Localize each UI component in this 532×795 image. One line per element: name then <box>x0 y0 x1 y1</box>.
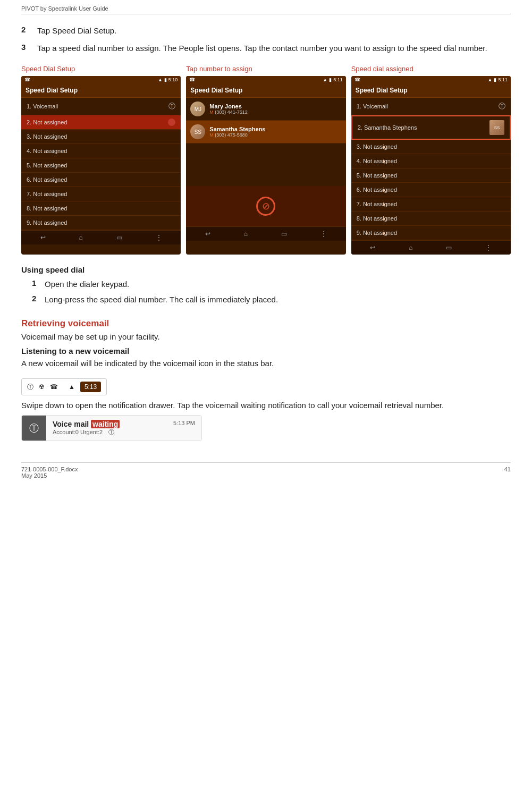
voicemail-icon: Ⓣ <box>168 102 175 111</box>
screen2-title-bar: Speed Dial Setup <box>186 83 345 98</box>
contact-mary[interactable]: MJ Mary Jones M (303) 441-7512 <box>186 98 345 121</box>
screen3-home-icon[interactable]: ⌂ <box>409 244 412 251</box>
contact-samantha[interactable]: SS Samantha Stephens M (303) 475-5680 <box>186 121 345 143</box>
step-2-num: 2 <box>21 25 37 37</box>
screen1-phone-icon: ☎ <box>24 77 30 82</box>
retrieving-heading: Retrieving voicemail <box>21 318 511 329</box>
vm-voicemail-icon-small: Ⓣ <box>108 429 114 435</box>
screen3-recents-icon[interactable]: ▭ <box>446 244 452 251</box>
vm-title: Voice mail waiting <box>53 420 120 428</box>
screen1-wifi-icon: ▲ <box>158 77 163 82</box>
screen3-phone-icon: ☎ <box>354 77 360 82</box>
vm-voicemail-icon: Ⓣ <box>29 422 39 435</box>
screen3-item-6[interactable]: 6. Not assigned <box>351 183 511 197</box>
screen3-item-8[interactable]: 8. Not assigned <box>351 212 511 226</box>
avatar-mary-initial: MJ <box>195 106 201 112</box>
screen3-item-1[interactable]: 1. Voicemail Ⓣ <box>351 98 511 115</box>
label-screen1: Speed Dial Setup <box>21 65 181 73</box>
screen1-item-6-label: 6. Not assigned <box>27 176 67 183</box>
screen1-item-2-label: 2. Not assigned <box>27 119 67 125</box>
step-3-block: 3 Tap a speed dial number to assign. The… <box>21 43 511 55</box>
screen2-back-icon[interactable]: ↩ <box>205 230 210 238</box>
screen3-item-5[interactable]: 5. Not assigned <box>351 168 511 183</box>
screen2-home-icon[interactable]: ⌂ <box>244 230 248 238</box>
contact-mary-name: Mary Jones <box>209 103 248 109</box>
screen1: ☎ ▲ ▮ 5:10 Speed Dial Setup 1. Voicemail… <box>21 76 181 255</box>
footer-page-num: 41 <box>504 466 511 479</box>
screen3-item-3[interactable]: 3. Not assigned <box>351 140 511 154</box>
screen2-time: 5:11 <box>333 77 343 82</box>
screen3-item-1-label: 1. Voicemail <box>357 103 388 109</box>
screen1-item-4[interactable]: 4. Not assigned <box>21 144 181 158</box>
vm-subtitle: Account:0 Urgent:2 Ⓣ <box>53 428 195 436</box>
step-2-text: Tap Speed Dial Setup. <box>37 25 116 37</box>
screen1-item-1-label: 1. Voicemail <box>27 103 58 109</box>
screen1-item-8[interactable]: 8. Not assigned <box>21 201 181 216</box>
status-person-icon: ☢ <box>39 383 45 391</box>
screenshot-labels: Speed Dial Setup Tap number to assign Sp… <box>21 65 511 73</box>
recents-icon[interactable]: ▭ <box>116 234 122 241</box>
doc-header: PIVOT by Spectralink User Guide <box>21 5 511 14</box>
screenshots-row: ☎ ▲ ▮ 5:10 Speed Dial Setup 1. Voicemail… <box>21 76 511 255</box>
screen2-recents-icon[interactable]: ▭ <box>281 230 287 238</box>
screen3-item-2[interactable]: 2. Samantha Stephens SS <box>351 115 511 140</box>
screen3-nav-bar: ↩ ⌂ ▭ ⋮ <box>351 240 511 255</box>
screen1-item-4-label: 4. Not assigned <box>27 148 67 154</box>
substep-1-num: 1 <box>32 278 45 291</box>
screen1-item-9[interactable]: 9. Not assigned <box>21 216 181 230</box>
using-speed-dial-heading: Using speed dial <box>21 265 511 274</box>
screen1-item-5[interactable]: 5. Not assigned <box>21 158 181 173</box>
status-bar-demo: Ⓣ ☢ ☎ ▲ 5:13 <box>21 378 107 395</box>
screen3-menu-icon[interactable]: ⋮ <box>485 244 492 251</box>
screen3-item-4[interactable]: 4. Not assigned <box>351 154 511 168</box>
screen1-item-1[interactable]: 1. Voicemail Ⓣ <box>21 98 181 115</box>
screen3-item-7[interactable]: 7. Not assigned <box>351 197 511 212</box>
avatar-samantha-initial: SS <box>195 129 201 135</box>
step-3-text: Tap a speed dial number to assign. The P… <box>37 43 487 55</box>
screen2-menu-icon[interactable]: ⋮ <box>320 230 327 238</box>
screen1-item-3[interactable]: 3. Not assigned <box>21 130 181 144</box>
substep-1-block: 1 Open the dialer keypad. <box>21 278 511 291</box>
screen3-time: 5:11 <box>498 77 508 82</box>
no-action-area: ⊘ <box>186 186 345 226</box>
footer-left: 721-0005-000_F.docx May 2015 <box>21 466 78 479</box>
vm-time: 5:13 PM <box>173 420 195 426</box>
status-wifi-icon: ▲ <box>69 383 75 391</box>
screen3-wifi-icon: ▲ <box>488 77 493 82</box>
contact-mary-phone: M (303) 441-7512 <box>209 109 248 115</box>
screen3-item-8-label: 8. Not assigned <box>357 215 397 222</box>
label-screen3: Speed dial assigned <box>351 65 511 73</box>
screen1-item-6[interactable]: 6. Not assigned <box>21 173 181 187</box>
screenshots-section: Speed Dial Setup Tap number to assign Sp… <box>21 65 511 255</box>
screen3-item-9[interactable]: 9. Not assigned <box>351 226 511 240</box>
cancel-icon: ⊘ <box>256 197 275 216</box>
retrieving-section: Retrieving voicemail Voicemail may be se… <box>21 318 511 441</box>
avatar-mary: MJ <box>190 102 205 116</box>
screen3-voicemail-icon: Ⓣ <box>499 102 505 111</box>
home-icon[interactable]: ⌂ <box>79 234 83 241</box>
screen2-title: Speed Dial Setup <box>190 87 242 94</box>
contact-samantha-type: M <box>209 132 215 138</box>
substep-2-text: Long-press the speed dial number. The ca… <box>45 294 278 306</box>
screen1-item-3-label: 3. Not assigned <box>27 133 67 140</box>
vm-time-row: Voice mail waiting 5:13 PM <box>53 420 195 428</box>
contact-samantha-info: Samantha Stephens M (303) 475-5680 <box>209 126 265 138</box>
screen2-status-icons: ▲ ▮ 5:11 <box>323 77 342 82</box>
empty-area <box>186 143 345 186</box>
voicemail-notification[interactable]: Ⓣ Voice mail waiting 5:13 PM Account:0 U… <box>21 415 202 441</box>
screen2-phone-icon: ☎ <box>189 77 195 82</box>
back-icon[interactable]: ↩ <box>40 234 46 241</box>
listening-heading: Listening to a new voicemail <box>21 346 511 356</box>
screen1-item-7-label: 7. Not assigned <box>27 191 67 197</box>
samantha-photo: SS <box>489 120 504 135</box>
status-bar-time: 5:13 <box>80 382 101 392</box>
screen1-status-bar: ☎ ▲ ▮ 5:10 <box>21 76 181 83</box>
screen2-battery-icon: ▮ <box>329 77 332 82</box>
screen2: ☎ ▲ ▮ 5:11 Speed Dial Setup MJ <box>186 76 345 255</box>
menu-icon[interactable]: ⋮ <box>156 234 162 241</box>
screen1-item-7[interactable]: 7. Not assigned <box>21 187 181 201</box>
screen3-back-icon[interactable]: ↩ <box>370 244 375 251</box>
vm-icon-area: Ⓣ <box>22 416 46 441</box>
screen1-item-2[interactable]: 2. Not assigned <box>21 115 181 130</box>
vm-subtitle-text: Account:0 Urgent:2 <box>53 429 103 435</box>
